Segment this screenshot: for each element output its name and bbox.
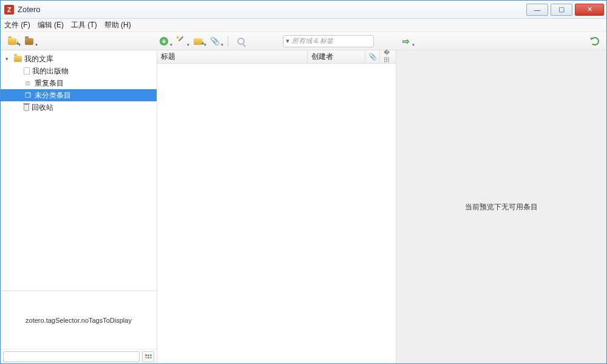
paperclip-icon: 📎 [210,36,220,46]
search-placeholder: 所有域 & 标签 [292,36,333,46]
search-input[interactable]: ▾ 所有域 & 标签 [283,35,374,47]
advanced-search-button[interactable] [234,35,248,47]
locate-button[interactable]: ⇨▼ [399,35,413,47]
wand-icon [177,37,185,46]
tree-item-label: 回收站 [32,103,53,113]
library-label: 我的文库 [24,54,53,64]
item-preview-pane: 当前预览下无可用条目 [396,50,606,363]
tree-item-label: 未分类条目 [35,90,71,101]
zotero-icon: Z [4,5,14,15]
new-group-button[interactable]: ▼ [22,35,36,47]
trash-icon [24,104,29,111]
tree-row-duplicates[interactable]: ⧉ 重复条目 [1,77,157,89]
add-attachment-button[interactable]: 📎▼ [208,35,222,47]
document-icon [24,67,30,75]
toolbar: ▼ ▼ +▼ ▼ ▼ 📎▼ ▾ 所有域 & 标签 ⇨▼ [1,32,606,50]
plus-icon: + [160,37,168,46]
window-title: Zotero [18,5,41,14]
tag-filter-row [1,349,157,363]
tag-selector: zotero.tagSelector.noTagsToDisplay [1,291,157,363]
titlebar: Z Zotero — ▢ ✕ [1,1,606,19]
sync-icon [591,37,599,46]
column-menu-icon: �田 [384,49,392,64]
toolbar-separator [228,36,228,47]
preview-empty-message: 当前预览下无可用条目 [465,202,538,212]
tree-row-unfiled[interactable]: ❐ 未分类条目 [1,89,157,101]
minimize-button[interactable]: — [526,4,548,16]
tag-filter-input[interactable] [3,351,140,362]
collections-tree[interactable]: ▾ 我的文库 我的出版物 ⧉ 重复条目 ❐ 未分类条目 [1,50,157,291]
maximize-button[interactable]: ▢ [551,4,572,16]
items-list[interactable] [157,64,396,363]
library-icon [14,56,22,62]
menu-help[interactable]: 帮助 (H) [104,20,131,30]
tag-color-menu-button[interactable] [142,351,154,362]
sync-button[interactable] [588,35,602,47]
folder-group-icon [25,38,33,45]
content: ▾ 我的文库 我的出版物 ⧉ 重复条目 ❐ 未分类条目 [1,50,606,363]
tag-empty-message: zotero.tagSelector.noTagsToDisplay [1,291,157,349]
menu-file[interactable]: 文件 (F) [4,20,30,30]
lookup-button[interactable]: ▼ [174,35,188,47]
color-grid-icon [145,354,152,359]
caret-down-icon[interactable]: ▾ [5,56,12,62]
column-attachment[interactable]: 📎 [365,50,380,63]
tree-row-library[interactable]: ▾ 我的文库 [1,53,157,65]
new-collection-button[interactable]: ▼ [5,35,19,47]
arrow-right-icon: ⇨ [402,36,410,46]
toolbar-left: ▼ ▼ [5,35,156,47]
new-item-button[interactable]: +▼ [157,35,171,47]
tree-item-label: 重复条目 [35,78,64,89]
menubar: 文件 (F) 编辑 (E) 工具 (T) 帮助 (H) [1,19,606,32]
app-window: Z Zotero — ▢ ✕ 文件 (F) 编辑 (E) 工具 (T) 帮助 (… [0,0,607,364]
close-button[interactable]: ✕ [575,4,604,16]
search-mode-dropdown-icon[interactable]: ▾ [286,37,290,45]
new-note-button[interactable]: ▼ [191,35,205,47]
column-creator[interactable]: 创建者 [308,50,365,63]
folder-new-icon [8,38,16,45]
duplicates-icon: ⧉ [24,79,32,87]
items-column-headers: 标题 创建者 📎 �田 [157,50,396,64]
unfiled-icon: ❐ [24,91,32,99]
note-add-icon [194,38,202,45]
collections-pane: ▾ 我的文库 我的出版物 ⧉ 重复条目 ❐ 未分类条目 [1,50,157,363]
items-pane: 标题 创建者 📎 �田 [157,50,396,363]
window-controls: — ▢ ✕ [526,4,604,16]
toolbar-middle: +▼ ▼ ▼ 📎▼ ▾ 所有域 & 标签 ⇨▼ [157,35,587,47]
column-title[interactable]: 标题 [157,50,308,63]
paperclip-icon: 📎 [368,53,377,61]
menu-tools[interactable]: 工具 (T) [71,20,97,30]
tree-row-trash[interactable]: 回收站 [1,101,157,113]
tree-item-label: 我的出版物 [32,66,69,76]
menu-edit[interactable]: 编辑 (E) [38,20,64,30]
tree-row-publications[interactable]: 我的出版物 [1,65,157,77]
toolbar-right [588,35,602,47]
magnifier-icon [237,38,245,45]
column-picker-button[interactable]: �田 [380,50,396,63]
